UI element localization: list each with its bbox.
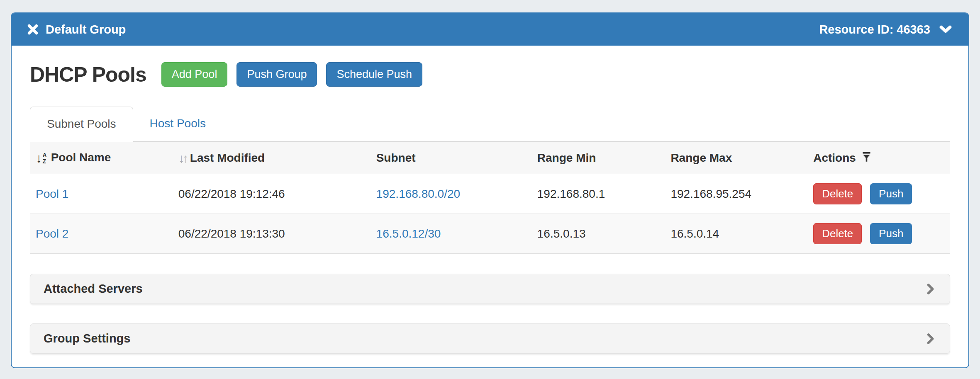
column-header-last-modified[interactable]: ↓↑Last Modified [173, 142, 371, 174]
last-modified-cell: 06/22/2018 19:12:46 [173, 174, 371, 214]
last-modified-cell: 06/22/2018 19:13:30 [173, 214, 371, 254]
page-title: DHCP Pools [30, 63, 146, 87]
group-card-header: Default Group Resource ID: 46363 [12, 13, 968, 46]
subnet-link[interactable]: 192.168.80.0/20 [376, 187, 460, 200]
column-header-subnet[interactable]: Subnet [371, 142, 531, 174]
range-max-cell: 16.5.0.14 [665, 214, 807, 254]
delete-button[interactable]: Delete [813, 223, 862, 244]
delete-button[interactable]: Delete [813, 183, 862, 204]
table-row: Pool 2 06/22/2018 19:13:30 16.5.0.12/30 … [30, 214, 950, 254]
subnet-pools-table: ↓AZPool Name ↓↑Last Modified Subnet Rang… [30, 142, 950, 254]
table-header-row: ↓AZPool Name ↓↑Last Modified Subnet Rang… [30, 142, 950, 174]
close-icon[interactable] [27, 23, 39, 36]
column-header-actions: Actions [807, 142, 950, 174]
range-min-cell: 192.168.80.1 [531, 174, 665, 214]
table-row: Pool 1 06/22/2018 19:12:46 192.168.80.0/… [30, 174, 950, 214]
column-header-range-max[interactable]: Range Max [665, 142, 807, 174]
pool-name-link[interactable]: Pool 2 [36, 227, 68, 240]
chevron-right-icon [924, 282, 936, 296]
push-group-button[interactable]: Push Group [236, 62, 317, 87]
pool-name-link[interactable]: Pool 1 [36, 187, 68, 200]
sort-icon[interactable]: ↓↑ [178, 153, 187, 164]
subnet-link[interactable]: 16.5.0.12/30 [376, 227, 441, 240]
tab-host-pools[interactable]: Host Pools [133, 107, 222, 141]
resource-id-label: Resource ID: 46363 [819, 23, 930, 36]
column-header-range-min[interactable]: Range Min [531, 142, 665, 174]
chevron-down-icon[interactable] [938, 23, 953, 36]
column-header-pool-name[interactable]: ↓AZPool Name [30, 142, 173, 174]
add-pool-button[interactable]: Add Pool [161, 62, 228, 87]
chevron-right-icon [924, 332, 936, 345]
tab-subnet-pools[interactable]: Subnet Pools [30, 107, 133, 142]
group-card: Default Group Resource ID: 46363 DHCP Po… [11, 12, 969, 368]
push-button[interactable]: Push [870, 223, 912, 244]
group-settings-title: Group Settings [44, 332, 130, 345]
attached-servers-title: Attached Servers [44, 282, 143, 296]
range-min-cell: 16.5.0.13 [531, 214, 665, 254]
schedule-push-button[interactable]: Schedule Push [326, 62, 422, 87]
group-title: Default Group [46, 23, 126, 36]
range-max-cell: 192.168.95.254 [665, 174, 807, 214]
sort-alpha-desc-icon[interactable]: ↓AZ [36, 152, 47, 164]
filter-icon[interactable] [861, 151, 872, 163]
attached-servers-panel[interactable]: Attached Servers [30, 274, 950, 304]
pool-tabs: Subnet Pools Host Pools [30, 107, 950, 142]
group-settings-panel[interactable]: Group Settings [30, 323, 950, 354]
push-button[interactable]: Push [870, 183, 912, 204]
